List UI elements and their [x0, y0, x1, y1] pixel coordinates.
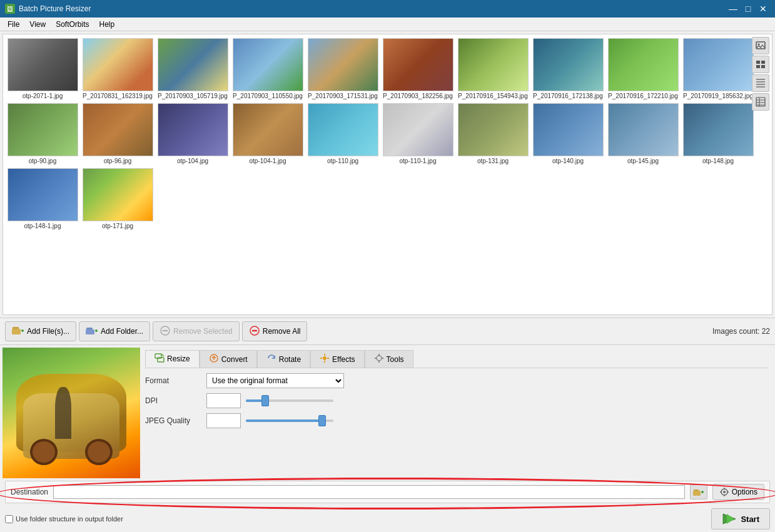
- view-photo-button[interactable]: [752, 37, 769, 54]
- tab-resize[interactable]: Resize: [145, 350, 200, 368]
- folder-structure-checkbox-container: Use folder structure in output folder: [5, 515, 123, 523]
- list-item[interactable]: otp-104.jpg: [156, 102, 230, 166]
- image-filename: otp-104.jpg: [177, 158, 208, 164]
- settings-tabs: Resize Convert Rotate: [145, 350, 767, 368]
- tab-resize-label: Resize: [167, 354, 190, 363]
- options-button[interactable]: Options: [712, 484, 764, 500]
- list-item[interactable]: P_20170903_171531.jpg: [306, 37, 380, 101]
- dpi-slider-fill: [246, 399, 263, 402]
- list-item[interactable]: otp-148-1.jpg: [6, 167, 79, 231]
- svg-point-47: [723, 491, 726, 493]
- tab-effects-label: Effects: [332, 355, 355, 364]
- destination-input[interactable]: D:\Results: [53, 485, 685, 499]
- list-item[interactable]: P_20170916_172210.jpg: [606, 37, 680, 101]
- start-button[interactable]: Start: [711, 508, 770, 529]
- add-files-button[interactable]: Add File(s)...: [5, 321, 76, 341]
- list-item[interactable]: otp-2071-1.jpg: [6, 37, 79, 101]
- preview-image: [3, 348, 140, 478]
- list-item[interactable]: P_20170831_162319.jpg: [81, 37, 154, 101]
- image-filename: otp-2071-1.jpg: [23, 93, 63, 99]
- rotate-icon: [266, 353, 276, 365]
- list-item[interactable]: otp-171.jpg: [81, 167, 154, 231]
- tab-convert-label: Convert: [221, 355, 248, 364]
- folder-structure-label: Use folder structure in output folder: [16, 515, 123, 523]
- list-item[interactable]: otp-104-1.jpg: [231, 102, 305, 166]
- svg-rect-5: [761, 65, 765, 68]
- image-filename: otp-145.jpg: [627, 158, 659, 164]
- view-grid-button[interactable]: [752, 74, 769, 92]
- svg-rect-4: [756, 65, 760, 68]
- image-filename: otp-171.jpg: [102, 223, 133, 229]
- jpeg-quality-label: JPEG Quality: [145, 416, 201, 425]
- list-item[interactable]: otp-145.jpg: [606, 102, 680, 166]
- svg-point-1: [758, 44, 760, 46]
- list-item[interactable]: P_20170916_154943.jpg: [456, 37, 530, 101]
- list-item[interactable]: otp-140.jpg: [531, 102, 605, 166]
- image-filename: P_20170903_105719.jpg: [158, 93, 228, 99]
- tab-tools[interactable]: Tools: [365, 350, 413, 368]
- list-item[interactable]: P_20170916_172138.jpg: [531, 37, 605, 101]
- resize-icon: [154, 353, 165, 365]
- tab-rotate[interactable]: Rotate: [257, 350, 310, 368]
- jpeg-slider-thumb[interactable]: [318, 415, 326, 426]
- format-row: Format Use the original format JPEG PNG …: [145, 373, 767, 388]
- view-list-button[interactable]: [752, 56, 769, 73]
- list-item[interactable]: otp-148.jpg: [681, 102, 755, 166]
- remove-selected-label: Remove Selected: [173, 327, 233, 336]
- list-item[interactable]: otp-110.jpg: [306, 102, 380, 166]
- image-filename: P_20170831_162319.jpg: [83, 93, 153, 99]
- app-icon: 🖼: [5, 4, 15, 14]
- menu-help[interactable]: Help: [94, 19, 120, 30]
- image-filename: otp-110-1.jpg: [400, 158, 437, 164]
- remove-selected-button[interactable]: Remove Selected: [153, 321, 240, 341]
- list-item[interactable]: otp-96.jpg: [81, 102, 154, 166]
- list-item[interactable]: otp-110-1.jpg: [381, 102, 455, 166]
- image-filename: P_20170919_185632.jpg: [683, 93, 753, 99]
- list-item[interactable]: P_20170919_185632.jpg: [681, 37, 755, 101]
- title-bar: 🖼 Batch Picture Resizer — □ ✕: [0, 0, 775, 18]
- list-item[interactable]: P_20170903_182256.jpg: [381, 37, 455, 101]
- remove-all-button[interactable]: Remove All: [242, 321, 308, 341]
- jpeg-quality-input[interactable]: 90: [206, 413, 241, 428]
- tab-effects[interactable]: Effects: [310, 350, 364, 368]
- folder-structure-checkbox[interactable]: [5, 515, 13, 523]
- close-button[interactable]: ✕: [756, 3, 770, 14]
- dpi-input[interactable]: 100: [206, 393, 241, 408]
- list-item[interactable]: otp-131.jpg: [456, 102, 530, 166]
- tab-convert[interactable]: Convert: [200, 350, 257, 368]
- gallery-inner: otp-2071-1.jpgP_20170831_162319.jpgP_201…: [3, 34, 772, 233]
- svg-point-36: [323, 356, 327, 360]
- jpeg-quality-slider[interactable]: [246, 414, 333, 427]
- add-files-icon: [12, 326, 24, 338]
- effects-icon: [320, 353, 330, 365]
- image-filename: P_20170903_110550.jpg: [233, 93, 303, 99]
- view-table-button[interactable]: [752, 93, 769, 111]
- image-filename: otp-148.jpg: [702, 158, 734, 164]
- format-label: Format: [145, 376, 201, 385]
- list-item[interactable]: otp-90.jpg: [6, 102, 79, 166]
- start-label: Start: [741, 514, 759, 524]
- image-filename: otp-148-1.jpg: [24, 223, 61, 229]
- add-folder-button[interactable]: Add Folder...: [79, 321, 150, 341]
- image-filename: P_20170903_171531.jpg: [308, 93, 378, 99]
- dpi-slider[interactable]: [246, 394, 333, 407]
- destination-browse-button[interactable]: [690, 484, 707, 499]
- format-select[interactable]: Use the original format JPEG PNG BMP TIF…: [206, 373, 344, 388]
- dpi-row: DPI 100: [145, 393, 767, 408]
- minimize-button[interactable]: —: [726, 3, 740, 14]
- maximize-button[interactable]: □: [741, 3, 755, 14]
- jpeg-slider-fill: [246, 419, 320, 422]
- menu-view[interactable]: View: [24, 19, 51, 30]
- options-label: Options: [732, 488, 757, 496]
- settings-panel: Resize Convert Rotate: [140, 348, 772, 478]
- remove-all-icon: [249, 325, 260, 338]
- dpi-slider-thumb[interactable]: [261, 395, 269, 406]
- svg-rect-2: [756, 61, 760, 64]
- menu-softorbits[interactable]: SoftOrbits: [51, 19, 94, 30]
- list-item[interactable]: P_20170903_110550.jpg: [231, 37, 305, 101]
- list-item[interactable]: P_20170903_105719.jpg: [156, 37, 230, 101]
- side-view-controls: [752, 37, 769, 111]
- destination-bar: Destination D:\Results Options: [5, 481, 770, 503]
- destination-label: Destination: [11, 488, 48, 496]
- menu-file[interactable]: File: [3, 19, 24, 30]
